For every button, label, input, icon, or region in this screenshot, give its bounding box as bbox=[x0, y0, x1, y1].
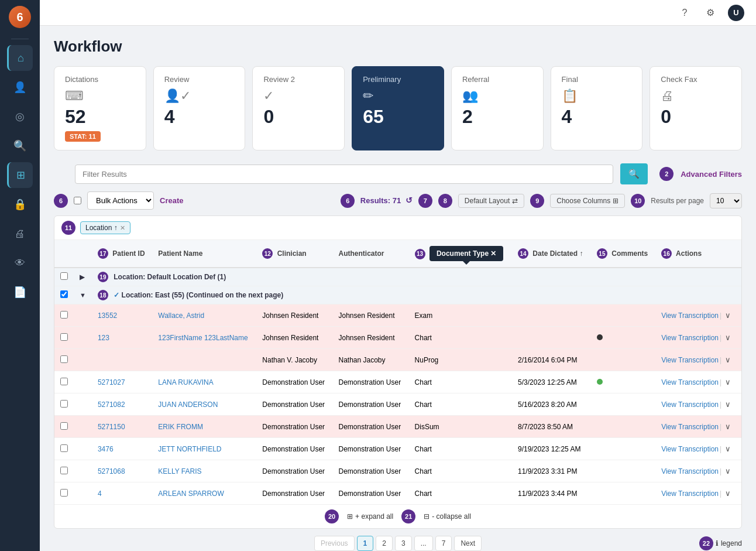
patient-id-5271027[interactable]: 5271027 bbox=[98, 378, 125, 386]
sidebar-item-home[interactable]: ⌂ bbox=[7, 45, 33, 71]
page-3-button[interactable]: 3 bbox=[395, 536, 412, 551]
view-transcription-3[interactable]: View Transcription bbox=[661, 356, 719, 364]
row7-checkbox[interactable] bbox=[60, 444, 68, 452]
th-comments[interactable]: 15 Comments bbox=[591, 240, 655, 268]
workflow-card-checkfax[interactable]: Check Fax 🖨 0 bbox=[650, 66, 742, 150]
collapse-all-link[interactable]: ⊟ - collapse all bbox=[424, 512, 471, 521]
th-document-type[interactable]: 13 Document Type ✕ bbox=[409, 240, 512, 268]
row1-checkbox[interactable] bbox=[60, 311, 68, 319]
select-all-checkbox[interactable] bbox=[74, 197, 81, 204]
patient-id-5271150[interactable]: 5271150 bbox=[98, 423, 125, 431]
workflow-card-review[interactable]: Review 👤✓ 4 bbox=[153, 66, 246, 150]
sidebar-item-workflow[interactable]: ⊞ bbox=[7, 162, 33, 188]
workflow-card-preliminary[interactable]: Preliminary ✏ 65 bbox=[352, 66, 444, 150]
app-logo[interactable]: 6 bbox=[9, 6, 31, 28]
page-2-button[interactable]: 2 bbox=[376, 536, 393, 551]
view-transcription-8[interactable]: View Transcription bbox=[661, 467, 719, 475]
th-patient-id[interactable]: 17 Patient ID bbox=[92, 240, 152, 268]
workflow-card-referral[interactable]: Referral 👥 2 bbox=[451, 66, 544, 150]
action-dropdown-6[interactable]: ∨ bbox=[723, 421, 733, 432]
th-patient-name[interactable]: Patient Name bbox=[152, 240, 256, 268]
action-dropdown-9[interactable]: ∨ bbox=[723, 488, 733, 499]
sidebar-item-analytics[interactable]: ◎ bbox=[7, 104, 33, 129]
patient-name-lana[interactable]: LANA RUKAVINA bbox=[158, 378, 213, 386]
patient-id-13552[interactable]: 13552 bbox=[98, 312, 117, 320]
search-button[interactable]: 🔍 bbox=[620, 163, 648, 184]
patient-id-5271082[interactable]: 5271082 bbox=[98, 401, 125, 409]
patient-id-3476[interactable]: 3476 bbox=[98, 445, 114, 453]
group2-expand-icon[interactable]: ▼ bbox=[80, 292, 86, 299]
patient-name-juan[interactable]: JUAN ANDERSON bbox=[158, 401, 218, 409]
settings-icon[interactable]: ⚙ bbox=[702, 5, 719, 21]
sidebar-item-lock[interactable]: 🔒 bbox=[7, 191, 33, 217]
action-dropdown-5[interactable]: ∨ bbox=[723, 399, 733, 410]
sidebar-item-user[interactable]: 👤 bbox=[7, 74, 33, 100]
filter-tags: 11 Location ↑ ✕ bbox=[54, 216, 741, 240]
results-num-badge: 6 bbox=[341, 194, 355, 208]
user-avatar[interactable]: U bbox=[728, 5, 744, 21]
legend-link[interactable]: ℹ legend bbox=[716, 539, 742, 547]
row5-checkbox[interactable] bbox=[60, 400, 68, 408]
workflow-card-final[interactable]: Final 📋 4 bbox=[551, 66, 643, 150]
view-transcription-5[interactable]: View Transcription bbox=[661, 401, 719, 409]
view-transcription-6[interactable]: View Transcription bbox=[661, 423, 719, 431]
choose-columns-button[interactable]: Choose Columns ⊞ bbox=[550, 194, 625, 208]
location-filter-remove[interactable]: ✕ bbox=[120, 224, 125, 232]
patient-name-123[interactable]: 123FirstName 123LastName bbox=[158, 334, 248, 342]
legend-num-badge: 22 bbox=[699, 536, 713, 550]
view-transcription-7[interactable]: View Transcription bbox=[661, 445, 719, 453]
row9-checkbox[interactable] bbox=[60, 489, 68, 497]
view-transcription-4[interactable]: View Transcription bbox=[661, 378, 719, 386]
sidebar-item-print[interactable]: 🖨 bbox=[7, 221, 33, 247]
action-dropdown-8[interactable]: ∨ bbox=[723, 466, 733, 477]
next-button[interactable]: Next bbox=[454, 536, 482, 551]
patient-id-5271068[interactable]: 5271068 bbox=[98, 467, 125, 475]
group1-checkbox[interactable] bbox=[60, 272, 68, 280]
create-link[interactable]: Create bbox=[160, 196, 183, 205]
row6-checkbox[interactable] bbox=[60, 422, 68, 430]
main-content: ? ⚙ U Workflow Dictations ⌨ 52 STAT: 11 … bbox=[40, 0, 756, 551]
sidebar-item-search[interactable]: 🔍 bbox=[7, 133, 33, 159]
th-authenticator[interactable]: Authenticator bbox=[332, 240, 408, 268]
view-transcription-1[interactable]: View Transcription bbox=[661, 312, 719, 320]
patient-id-123[interactable]: 123 bbox=[98, 334, 109, 342]
workflow-card-dictations[interactable]: Dictations ⌨ 52 STAT: 11 bbox=[54, 66, 146, 150]
action-dropdown-3[interactable]: ∨ bbox=[723, 354, 733, 365]
patient-name-arlean[interactable]: ARLEAN SPARROW bbox=[158, 490, 224, 498]
th-clinician[interactable]: 12 Clinician bbox=[256, 240, 332, 268]
sidebar-item-eye[interactable]: 👁 bbox=[7, 250, 33, 276]
patient-name-wallace[interactable]: Wallace, Astrid bbox=[158, 312, 204, 320]
row8-checkbox[interactable] bbox=[60, 467, 68, 474]
patient-name-jett[interactable]: JETT NORTHFIELD bbox=[158, 445, 221, 453]
help-icon[interactable]: ? bbox=[676, 5, 693, 21]
prev-button[interactable]: Previous bbox=[314, 536, 355, 551]
group2-checkbox[interactable] bbox=[60, 290, 68, 298]
view-transcription-2[interactable]: View Transcription bbox=[661, 334, 719, 342]
action-dropdown-7[interactable]: ∨ bbox=[723, 443, 733, 454]
group1-expand-icon[interactable]: ▶ bbox=[80, 273, 84, 280]
per-page-select[interactable]: 10 25 50 100 bbox=[710, 193, 742, 208]
th-date-dictated[interactable]: 14 Date Dictated ↑ bbox=[512, 240, 591, 268]
bulk-actions-select[interactable]: Bulk Actions bbox=[87, 191, 154, 210]
filter-input[interactable] bbox=[75, 165, 613, 184]
page-7-button[interactable]: 7 bbox=[435, 536, 452, 551]
action-dropdown-4[interactable]: ∨ bbox=[723, 377, 733, 388]
patient-id-4[interactable]: 4 bbox=[98, 490, 102, 498]
row4-checkbox[interactable] bbox=[60, 378, 68, 385]
row2-checkbox[interactable] bbox=[60, 333, 68, 341]
row3-checkbox[interactable] bbox=[60, 355, 68, 363]
patient-name-kelly[interactable]: KELLY FARIS bbox=[158, 467, 201, 475]
action-dropdown-2[interactable]: ∨ bbox=[723, 332, 733, 343]
sidebar-item-doc[interactable]: 📄 bbox=[7, 279, 33, 305]
workflow-card-review2[interactable]: Review 2 ✓ 0 bbox=[252, 66, 345, 150]
advanced-filters-link[interactable]: Advanced Filters bbox=[681, 170, 742, 179]
refresh-icon[interactable]: ↺ bbox=[406, 196, 413, 205]
action-dropdown-1[interactable]: ∨ bbox=[723, 310, 733, 321]
review-icon: 👤✓ bbox=[164, 88, 235, 104]
view-transcription-9[interactable]: View Transcription bbox=[661, 490, 719, 498]
filter-row: 2 🔍 2 Advanced Filters bbox=[54, 163, 742, 184]
page-1-button[interactable]: 1 bbox=[357, 536, 374, 551]
expand-all-link[interactable]: ⊞ + expand all bbox=[347, 512, 393, 521]
patient-name-erik[interactable]: ERIK FROMM bbox=[158, 423, 203, 431]
default-layout-button[interactable]: Default Layout ⇄ bbox=[458, 194, 524, 208]
